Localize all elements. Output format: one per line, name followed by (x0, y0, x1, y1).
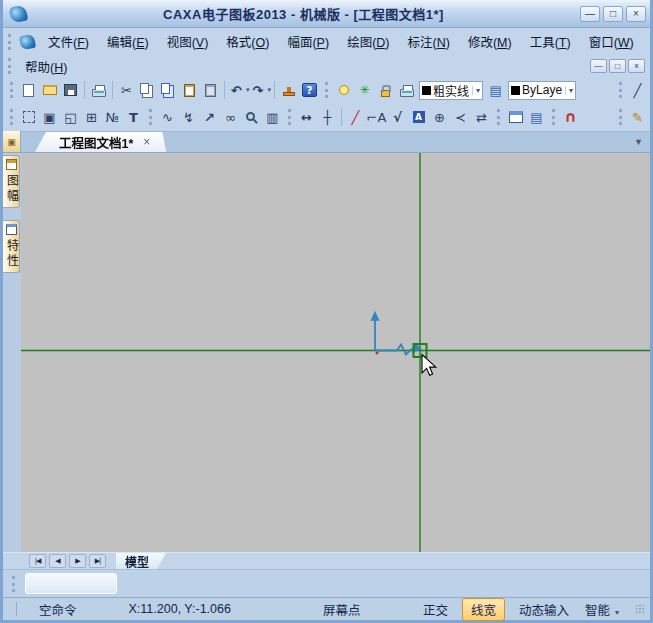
toggle-smart-snap[interactable]: 智能▾ (585, 600, 619, 619)
wave-line-button[interactable]: ∿ (157, 106, 178, 128)
command-input[interactable] (25, 573, 117, 594)
chamfer-dimension-button[interactable]: ╱ (345, 106, 366, 128)
side-tab-properties[interactable]: 特性 (3, 220, 20, 273)
toolbar-grip[interactable] (10, 82, 13, 98)
chevron-down-icon[interactable]: ▾ (472, 86, 480, 95)
parts-table-button[interactable]: ⊞ (81, 106, 102, 128)
layer-on-off-button[interactable] (333, 79, 354, 101)
titlebar[interactable]: CAXA电子图板2013 - 机械版 - [工程图文档1*] — □ × (3, 0, 650, 28)
sheet-settings-button[interactable] (18, 106, 39, 128)
model-sheet-tab[interactable]: 模型 (116, 553, 166, 569)
toolbar-grip[interactable] (288, 109, 291, 125)
title-block-button[interactable]: ◱ (60, 106, 81, 128)
layer-settings-button[interactable]: ▤ (485, 79, 506, 101)
style-properties-button[interactable]: ▤ (526, 106, 547, 128)
menu-draw[interactable]: 绘图(D) (338, 30, 398, 53)
menu-file[interactable]: 文件(F) (39, 30, 98, 53)
balloon-number-button[interactable]: № (102, 106, 123, 128)
document-tab[interactable]: 工程图文档1* × (35, 132, 166, 152)
menu-tools[interactable]: 工具(T) (521, 30, 580, 53)
paste-button[interactable] (179, 79, 200, 101)
current-color-combo[interactable]: ByLaye▾ (508, 81, 576, 100)
minimize-button[interactable]: — (580, 6, 600, 22)
menu-window[interactable]: 窗口(W) (580, 30, 643, 53)
toolbar-grip[interactable] (619, 82, 622, 98)
layer-lock-button[interactable] (375, 79, 396, 101)
close-button[interactable]: × (626, 6, 646, 22)
layer-print-button[interactable] (396, 79, 417, 101)
coordinate-dimension-button[interactable]: ┼ (317, 106, 338, 128)
redo-button[interactable]: ↷▾ (250, 79, 272, 101)
point-mode-label[interactable]: 屏幕点 (323, 600, 361, 619)
save-file-button[interactable] (60, 79, 81, 101)
pointer-arrow-button[interactable]: ↗ (199, 106, 220, 128)
datum-symbol-button[interactable] (408, 106, 429, 128)
break-line-button[interactable]: ↯ (178, 106, 199, 128)
mdi-restore-button[interactable]: □ (609, 59, 626, 73)
mdi-close-button[interactable]: × (628, 59, 645, 73)
tab-list-dropdown-icon[interactable]: ▼ (627, 137, 650, 152)
leader-note-button[interactable]: ⌐A (366, 106, 387, 128)
window-title: CAXA电子图板2013 - 机械版 - [工程图文档1*] (30, 4, 577, 23)
auto-hide-pin-icon[interactable]: ▣ (3, 131, 21, 152)
menu-sheet[interactable]: 幅面(P) (278, 30, 338, 53)
chevron-down-icon[interactable]: ▾ (565, 86, 573, 95)
section-symbol-button[interactable]: ⇄ (471, 106, 492, 128)
toolbar-grip[interactable] (552, 109, 555, 125)
first-sheet-button[interactable]: |◀ (29, 554, 46, 568)
next-sheet-button[interactable]: ▶ (69, 554, 86, 568)
toggle-line-width[interactable]: 线宽 (462, 598, 505, 621)
toolbar-grip[interactable] (325, 82, 328, 98)
toolbar-grip[interactable] (497, 109, 500, 125)
layer-freeze-button[interactable]: ✳ (354, 79, 375, 101)
e-signature-button[interactable] (278, 79, 299, 101)
zoom-search-button[interactable] (241, 106, 262, 128)
menu-modify[interactable]: 修改(M) (459, 30, 521, 53)
toolbar-grip[interactable] (149, 109, 152, 125)
menu-format[interactable]: 格式(O) (217, 30, 278, 53)
menu-edit[interactable]: 编辑(E) (98, 30, 158, 53)
current-layer-combo[interactable]: 粗实线▾ (419, 81, 483, 100)
tolerance-frame-button[interactable]: ⊕ (429, 106, 450, 128)
sketch-tool-button[interactable]: ✎ (627, 106, 648, 128)
last-sheet-button[interactable]: ▶| (89, 554, 106, 568)
chevron-down-icon[interactable]: ▾ (268, 86, 272, 94)
linear-dimension-button[interactable]: ↔ (296, 106, 317, 128)
toolbar-grip[interactable] (619, 109, 622, 125)
drawing-frame-button[interactable]: ▣ (39, 106, 60, 128)
paste-special-button[interactable] (200, 79, 221, 101)
print-button[interactable] (88, 79, 109, 101)
menu-dimension[interactable]: 标注(N) (399, 30, 459, 53)
menu-view[interactable]: 视图(V) (158, 30, 218, 53)
draw-line-tool-button[interactable]: ╱ (627, 79, 648, 101)
help-button[interactable] (299, 79, 320, 101)
roughness-symbol-button[interactable]: √ (387, 106, 408, 128)
cut-button[interactable]: ✂ (116, 79, 137, 101)
mdi-minimize-button[interactable]: — (590, 59, 607, 73)
menu-help[interactable]: 帮助(H) (16, 55, 76, 78)
text-block-button[interactable]: T (123, 106, 144, 128)
copy-button[interactable] (137, 79, 158, 101)
object-snap-magnet-button[interactable]: ∩ (560, 106, 581, 128)
new-file-button[interactable] (18, 79, 39, 101)
style-manager-button[interactable] (505, 106, 526, 128)
undo-button[interactable]: ↶▾ (228, 79, 250, 101)
command-bar-grip[interactable] (12, 576, 15, 592)
resize-grip[interactable] (635, 604, 645, 614)
prev-sheet-button[interactable]: ◀ (49, 554, 66, 568)
menubar-grip[interactable] (8, 34, 11, 50)
drawing-canvas[interactable] (21, 153, 650, 552)
copy-with-basepoint-button[interactable] (158, 79, 179, 101)
toggle-dynamic-input[interactable]: 动态输入 (519, 600, 569, 619)
open-file-button[interactable] (39, 79, 60, 101)
view-projection-button[interactable]: ▥ (262, 106, 283, 128)
tab-close-icon[interactable]: × (143, 135, 150, 149)
chevron-down-icon[interactable]: ▾ (615, 608, 619, 617)
menubar-grip2[interactable] (8, 58, 11, 74)
restore-button[interactable]: □ (603, 6, 623, 22)
side-tab-sheet[interactable]: 图幅 (3, 155, 20, 208)
toggle-ortho[interactable]: 正交 (423, 600, 448, 619)
detail-view-button[interactable]: ∞ (220, 106, 241, 128)
weld-symbol-button[interactable]: ≺ (450, 106, 471, 128)
toolbar-grip[interactable] (10, 109, 13, 125)
